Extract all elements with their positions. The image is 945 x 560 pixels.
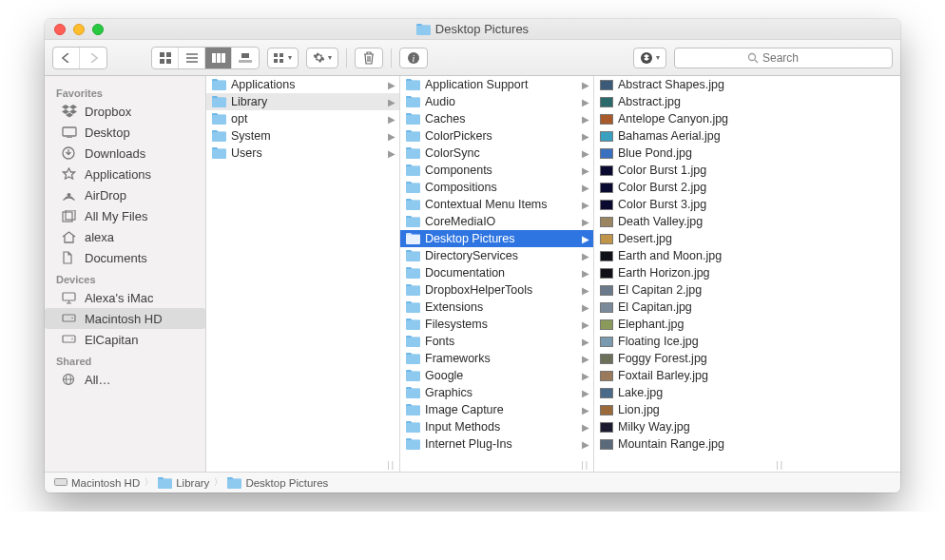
dropbox-badge-button[interactable]: ▾: [633, 48, 666, 68]
sidebar-item-alexa[interactable]: alexa: [45, 226, 205, 247]
item-label: Fonts: [425, 335, 454, 348]
list-item[interactable]: Milky Way.jpg: [594, 418, 788, 435]
coverflow-view-button[interactable]: [232, 48, 259, 68]
list-item[interactable]: Blue Pond.jpg: [594, 145, 788, 162]
list-item[interactable]: Death Valley.jpg: [594, 213, 788, 230]
path-segment[interactable]: Library: [158, 477, 209, 489]
svg-point-32: [71, 338, 73, 340]
item-label: System: [231, 129, 271, 143]
item-label: El Capitan.jpg: [618, 300, 692, 314]
list-item[interactable]: Abstract Shapes.jpg: [594, 76, 788, 93]
list-item[interactable]: Mountain Range.jpg: [594, 435, 788, 453]
list-item[interactable]: Audio▶: [400, 93, 593, 110]
list-item[interactable]: Graphics▶: [400, 384, 593, 401]
folder-icon: [406, 250, 420, 261]
list-item[interactable]: CoreMediaIO▶: [400, 213, 593, 230]
item-label: opt: [231, 112, 247, 126]
list-item[interactable]: Filesystems▶: [400, 316, 593, 333]
back-button[interactable]: [53, 48, 80, 68]
list-item[interactable]: Abstract.jpg: [594, 93, 788, 110]
list-item[interactable]: Google▶: [400, 367, 593, 384]
list-item[interactable]: Frameworks▶: [400, 350, 593, 367]
list-item[interactable]: Color Burst 3.jpg: [594, 196, 788, 213]
sidebar-item-label: AirDrop: [85, 188, 126, 203]
column-1: Application Support▶Audio▶Caches▶ColorPi…: [400, 76, 594, 472]
list-item[interactable]: Documentation▶: [400, 264, 593, 281]
path-segment[interactable]: Desktop Pictures: [227, 477, 328, 489]
list-item[interactable]: Lion.jpg: [594, 401, 788, 418]
chevron-right-icon: ▶: [582, 337, 589, 347]
list-item[interactable]: Applications▶: [206, 76, 399, 93]
list-item[interactable]: Earth and Moon.jpg: [594, 247, 788, 264]
item-label: DirectoryServices: [425, 249, 518, 262]
sidebar-item-label: Applications: [85, 167, 151, 182]
list-item[interactable]: Application Support▶: [400, 76, 593, 93]
list-item[interactable]: Contextual Menu Items▶: [400, 196, 593, 213]
chevron-right-icon: ▶: [388, 114, 395, 125]
titlebar[interactable]: Desktop Pictures: [45, 19, 900, 40]
list-item[interactable]: Desktop Pictures▶: [400, 230, 593, 247]
list-item[interactable]: Library▶: [206, 93, 399, 110]
sidebar-item-all-[interactable]: All…: [45, 369, 205, 390]
sidebar-item-applications[interactable]: Applications: [45, 164, 205, 184]
image-thumbnail-icon: [600, 97, 613, 107]
sidebar-item-dropbox[interactable]: Dropbox: [45, 101, 205, 122]
list-item[interactable]: ColorSync▶: [400, 145, 593, 162]
list-item[interactable]: Bahamas Aerial.jpg: [594, 127, 788, 145]
list-item[interactable]: Image Capture▶: [400, 401, 593, 418]
list-item[interactable]: Caches▶: [400, 110, 593, 127]
path-segment[interactable]: Macintosh HD: [54, 477, 140, 489]
icon-view-button[interactable]: [152, 48, 179, 68]
list-item[interactable]: opt▶: [206, 110, 399, 127]
list-item[interactable]: DropboxHelperTools▶: [400, 281, 593, 299]
item-label: Antelope Canyon.jpg: [618, 112, 728, 126]
path-label: Macintosh HD: [71, 477, 140, 489]
list-item[interactable]: Foggy Forest.jpg: [594, 350, 788, 367]
sidebar-item-alexa-s-imac[interactable]: Alexa's iMac: [45, 287, 205, 308]
forward-button[interactable]: [80, 48, 106, 68]
list-item[interactable]: Lake.jpg: [594, 384, 788, 401]
list-item[interactable]: System▶: [206, 127, 399, 145]
chevron-right-icon: 〉: [214, 476, 222, 489]
list-item[interactable]: Users▶: [206, 145, 399, 162]
get-info-button[interactable]: i: [399, 48, 428, 68]
column-view-button[interactable]: [205, 48, 232, 68]
list-item[interactable]: Earth Horizon.jpg: [594, 264, 788, 281]
list-item[interactable]: Input Methods▶: [400, 418, 593, 435]
column-resize-handle[interactable]: ||: [776, 460, 784, 470]
list-item[interactable]: Desert.jpg: [594, 230, 788, 247]
sidebar-item-airdrop[interactable]: AirDrop: [45, 184, 205, 205]
list-item[interactable]: Foxtail Barley.jpg: [594, 367, 788, 384]
list-item[interactable]: Color Burst 1.jpg: [594, 162, 788, 179]
svg-point-30: [71, 318, 73, 319]
list-item[interactable]: Antelope Canyon.jpg: [594, 110, 788, 127]
column-resize-handle[interactable]: ||: [581, 460, 589, 470]
item-label: Filesystems: [425, 318, 488, 331]
search-field[interactable]: [674, 48, 893, 68]
column-resize-handle[interactable]: ||: [387, 460, 395, 470]
list-item[interactable]: Internet Plug-Ins▶: [400, 435, 593, 453]
sidebar-item-downloads[interactable]: Downloads: [45, 143, 205, 164]
list-item[interactable]: Compositions▶: [400, 179, 593, 196]
list-item[interactable]: ColorPickers▶: [400, 127, 593, 145]
list-item[interactable]: Color Burst 2.jpg: [594, 179, 788, 196]
list-item[interactable]: Components▶: [400, 162, 593, 179]
list-item[interactable]: Extensions▶: [400, 299, 593, 316]
list-item[interactable]: Floating Ice.jpg: [594, 333, 788, 350]
search-input[interactable]: [762, 51, 820, 65]
sidebar-item-desktop[interactable]: Desktop: [45, 122, 205, 143]
list-item[interactable]: El Capitan.jpg: [594, 299, 788, 316]
action-button[interactable]: ▾: [306, 48, 338, 68]
arrange-button[interactable]: ▾: [267, 48, 299, 68]
sidebar-item-documents[interactable]: Documents: [45, 247, 205, 268]
list-item[interactable]: Fonts▶: [400, 333, 593, 350]
sidebar-item-all-my-files[interactable]: All My Files: [45, 205, 205, 226]
list-item[interactable]: Elephant.jpg: [594, 316, 788, 333]
chevron-right-icon: ▶: [582, 302, 589, 313]
list-item[interactable]: DirectoryServices▶: [400, 247, 593, 264]
list-item[interactable]: El Capitan 2.jpg: [594, 281, 788, 299]
list-view-button[interactable]: [179, 48, 205, 68]
sidebar-item-elcapitan[interactable]: ElCapitan: [45, 329, 205, 350]
sidebar-item-macintosh-hd[interactable]: Macintosh HD: [45, 308, 205, 329]
trash-button[interactable]: [355, 48, 383, 68]
